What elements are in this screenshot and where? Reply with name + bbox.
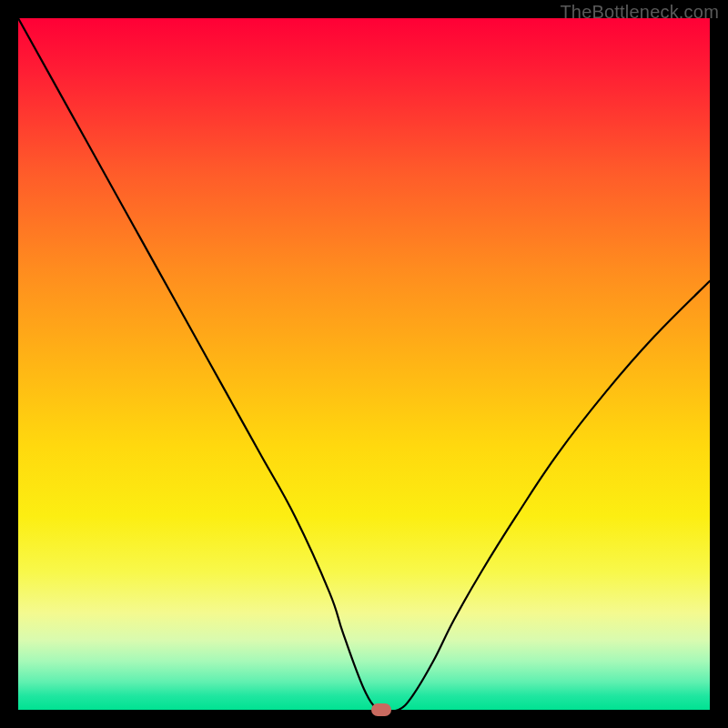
plot-area [18, 18, 710, 710]
optimal-point-marker [371, 703, 391, 716]
chart-frame: TheBottleneck.com [0, 0, 728, 728]
bottleneck-curve [18, 18, 710, 710]
